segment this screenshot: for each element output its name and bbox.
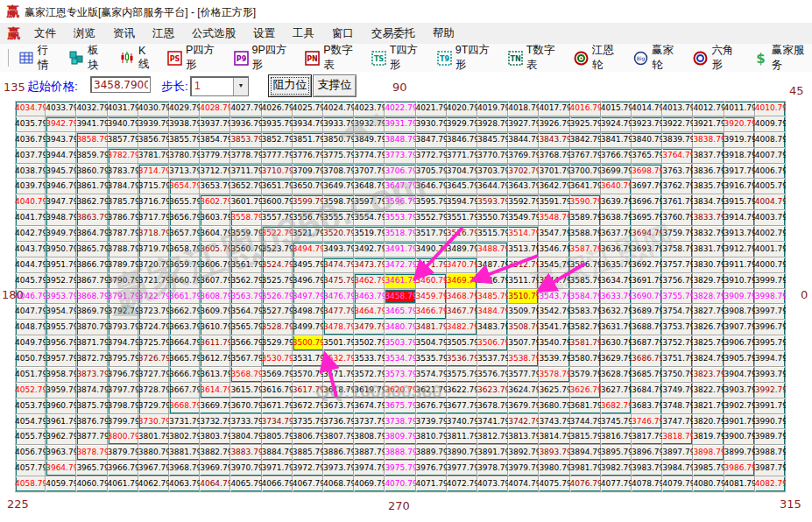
price-cell[interactable]: 4064.79 — [200, 476, 230, 492]
price-cell[interactable]: 3853.79 — [230, 132, 261, 148]
price-cell[interactable]: 3661.79 — [169, 289, 200, 305]
price-cell[interactable]: 3962.79 — [46, 429, 76, 445]
price-cell[interactable]: 3862.79 — [76, 194, 107, 210]
price-cell[interactable]: 3462.79 — [354, 273, 385, 289]
price-cell[interactable]: 4071.79 — [416, 476, 447, 492]
price-cell[interactable]: 3769.79 — [508, 148, 539, 164]
price-cell[interactable]: 3854.79 — [200, 132, 230, 148]
price-cell[interactable]: 3476.79 — [323, 289, 354, 305]
price-cell[interactable]: 4043.79 — [15, 242, 46, 257]
price-cell[interactable]: 3586.79 — [570, 257, 601, 273]
price-cell[interactable]: 3760.79 — [662, 210, 693, 226]
price-cell[interactable]: 3610.79 — [200, 320, 230, 335]
price-cell[interactable]: 3498.79 — [293, 304, 323, 320]
price-cell[interactable]: 4032.79 — [76, 101, 107, 116]
price-cell[interactable]: 4027.79 — [230, 101, 261, 116]
price-cell[interactable]: 4011.79 — [724, 101, 755, 116]
price-cell[interactable]: 3840.79 — [632, 132, 662, 148]
price-cell[interactable]: 3541.79 — [539, 320, 569, 335]
price-cell[interactable]: 3855.79 — [169, 132, 200, 148]
price-cell[interactable]: 3571.79 — [323, 367, 354, 383]
price-cell[interactable]: 4048.79 — [15, 320, 46, 335]
price-cell[interactable]: 3500.79 — [293, 335, 323, 351]
price-cell[interactable]: 3481.79 — [416, 320, 447, 335]
price-cell[interactable]: 3495.79 — [293, 257, 323, 273]
price-cell[interactable]: 4074.79 — [508, 476, 539, 492]
price-cell[interactable]: 3931.79 — [385, 116, 415, 132]
price-cell[interactable]: 3876.79 — [76, 414, 107, 430]
price-cell[interactable]: 3713.79 — [169, 164, 200, 180]
price-cell[interactable]: 3932.79 — [354, 116, 385, 132]
price-cell[interactable]: 3936.79 — [230, 116, 261, 132]
price-cell[interactable]: 4002.79 — [755, 226, 786, 242]
step-combobox[interactable]: 1 ▼ — [190, 76, 249, 96]
price-cell[interactable]: 3937.79 — [200, 116, 230, 132]
price-cell[interactable]: 3556.79 — [293, 210, 323, 226]
price-cell[interactable]: 3698.79 — [632, 164, 662, 180]
price-cell[interactable]: 3484.79 — [477, 304, 508, 320]
price-cell[interactable]: 3960.79 — [46, 399, 76, 414]
price-cell[interactable]: 3889.79 — [416, 445, 447, 461]
price-cell[interactable]: 3525.79 — [262, 273, 293, 289]
price-cell[interactable]: 3773.79 — [385, 148, 415, 164]
price-cell[interactable]: 3953.79 — [46, 289, 76, 305]
price-cell[interactable]: 4039.79 — [15, 179, 46, 194]
price-cell[interactable]: 3502.79 — [354, 335, 385, 351]
price-cell[interactable]: 3873.79 — [76, 367, 107, 383]
toolbar-button-板块[interactable]: 板块 — [64, 41, 109, 74]
price-cell[interactable]: 3516.79 — [447, 226, 477, 242]
price-cell[interactable]: 3670.79 — [230, 399, 261, 414]
price-cell[interactable]: 3771.79 — [447, 148, 477, 164]
price-cell[interactable]: 3677.79 — [447, 399, 477, 414]
price-cell[interactable]: 3930.79 — [416, 116, 447, 132]
price-cell[interactable]: 3814.79 — [539, 429, 569, 445]
price-cell[interactable]: 3933.79 — [323, 116, 354, 132]
price-cell[interactable]: 3819.79 — [693, 429, 724, 445]
price-cell[interactable]: 3805.79 — [262, 429, 293, 445]
price-cell[interactable]: 3950.79 — [46, 242, 76, 257]
toolbar-button-赢家服务[interactable]: $赢家服务 — [748, 41, 812, 74]
price-cell[interactable]: 3459.79 — [416, 289, 447, 305]
price-cell[interactable]: 3803.79 — [200, 429, 230, 445]
price-cell[interactable]: 4022.79 — [385, 101, 415, 116]
price-cell[interactable]: 3469.79 — [447, 273, 477, 289]
price-cell[interactable]: 3506.79 — [477, 335, 508, 351]
price-cell[interactable]: 3605.79 — [200, 242, 230, 257]
price-cell[interactable]: 3585.79 — [570, 273, 601, 289]
price-cell[interactable]: 3811.79 — [447, 429, 477, 445]
price-cell[interactable]: 3477.79 — [323, 304, 354, 320]
price-cell[interactable]: 4033.79 — [46, 101, 76, 116]
price-cell[interactable]: 3774.79 — [354, 148, 385, 164]
price-cell[interactable]: 3866.79 — [76, 257, 107, 273]
price-cell[interactable]: 3969.79 — [200, 461, 230, 476]
price-cell[interactable]: 3697.79 — [632, 179, 662, 194]
price-cell[interactable]: 3550.79 — [477, 210, 508, 226]
price-cell[interactable]: 3609.79 — [200, 304, 230, 320]
price-cell[interactable]: 3989.79 — [755, 429, 786, 445]
price-cell[interactable]: 3492.79 — [354, 242, 385, 257]
price-cell[interactable]: 3899.79 — [724, 445, 755, 461]
price-cell[interactable]: 3629.79 — [601, 351, 632, 367]
price-cell[interactable]: 4012.79 — [693, 101, 724, 116]
price-cell[interactable]: 3519.79 — [354, 226, 385, 242]
price-cell[interactable]: 4003.79 — [755, 210, 786, 226]
price-cell[interactable]: 3896.79 — [632, 445, 662, 461]
price-cell[interactable]: 3474.79 — [323, 257, 354, 273]
price-cell[interactable]: 3512.79 — [508, 257, 539, 273]
price-cell[interactable]: 3833.79 — [693, 210, 724, 226]
price-cell[interactable]: 3815.79 — [570, 429, 601, 445]
price-cell[interactable]: 3883.79 — [230, 445, 261, 461]
price-cell[interactable]: 3977.79 — [447, 461, 477, 476]
price-cell[interactable]: 3985.79 — [693, 461, 724, 476]
price-cell[interactable]: 3897.79 — [662, 445, 693, 461]
price-cell[interactable]: 3964.79 — [46, 461, 76, 476]
price-cell[interactable]: 4067.79 — [293, 476, 323, 492]
price-cell[interactable]: 3887.79 — [354, 445, 385, 461]
price-cell[interactable]: 3497.79 — [293, 289, 323, 305]
price-cell[interactable]: 3688.79 — [632, 320, 662, 335]
price-cell[interactable]: 3786.79 — [108, 210, 138, 226]
price-cell[interactable]: 3681.79 — [570, 399, 601, 414]
price-cell[interactable]: 3785.79 — [108, 194, 138, 210]
resistance-button[interactable]: 阻力位 — [268, 74, 312, 97]
price-cell[interactable]: 3625.79 — [539, 383, 569, 399]
